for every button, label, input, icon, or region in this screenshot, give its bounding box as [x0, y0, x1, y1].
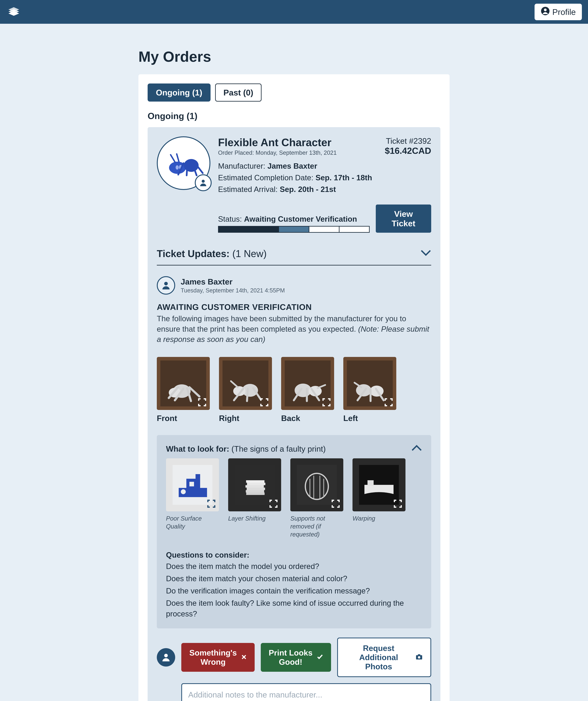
updates-count: (1 New)	[232, 248, 267, 259]
svg-line-28	[247, 389, 248, 401]
svg-line-14	[177, 154, 179, 162]
svg-point-4	[544, 8, 547, 11]
chevron-up-icon[interactable]	[411, 444, 422, 454]
expand-icon	[322, 398, 331, 407]
update-author-name: James Baxter	[181, 277, 285, 286]
photo-label: Left	[343, 414, 396, 423]
user-icon	[161, 280, 171, 291]
tabs: Ongoing (1) Past (0)	[148, 83, 440, 101]
svg-point-67	[418, 656, 420, 659]
user-icon	[161, 652, 171, 663]
photo-front[interactable]: Front	[157, 357, 210, 423]
svg-rect-51	[247, 488, 265, 490]
close-icon	[241, 653, 247, 662]
defect-label: Warping	[352, 514, 405, 522]
svg-rect-68	[418, 654, 420, 656]
verification-heading: AWAITING CUSTOMER VERIFICATION	[157, 302, 431, 312]
defect-surface-quality[interactable]: Poor Surface Quality	[166, 458, 219, 538]
defect-label: Layer Shifting	[228, 514, 281, 522]
question-2: Does the item match your chosen material…	[166, 573, 422, 584]
svg-rect-52	[246, 485, 264, 488]
additional-notes-input[interactable]	[181, 683, 431, 701]
expand-icon	[260, 398, 269, 407]
question-3: Do the verification images contain the v…	[166, 586, 422, 596]
profile-label: Profile	[552, 7, 576, 17]
expand-icon	[269, 499, 278, 508]
svg-rect-50	[246, 490, 264, 492]
status-label: Status:	[218, 215, 244, 223]
expand-icon	[198, 398, 207, 407]
layer-shift-icon	[235, 465, 275, 505]
svg-rect-47	[190, 482, 194, 486]
photo-label: Front	[157, 414, 210, 423]
verification-photo-grid: Front	[157, 357, 431, 423]
updates-title: Ticket Updates:	[157, 248, 232, 259]
user-icon	[199, 178, 208, 187]
benchy-icon	[173, 465, 212, 505]
view-ticket-button[interactable]: View Ticket	[376, 205, 431, 233]
svg-point-7	[176, 165, 179, 170]
profile-button[interactable]: Profile	[535, 4, 582, 20]
update-entry: James Baxter Tuesday, September 14th, 20…	[157, 276, 431, 701]
ticket-price: $16.42CAD	[385, 146, 431, 156]
ticket-card: Flexible Ant Character Order Placed: Mon…	[148, 127, 440, 701]
page-title: My Orders	[138, 48, 450, 65]
what-to-look-panel: What to look for: (The signs of a faulty…	[157, 435, 431, 628]
svg-point-63	[164, 654, 168, 657]
svg-point-15	[202, 180, 205, 183]
svg-line-10	[187, 162, 188, 175]
defect-label: Supports not removed (if requested)	[290, 514, 343, 538]
verification-description: The following images have been submitted…	[157, 313, 431, 345]
expand-icon	[331, 499, 340, 508]
response-buttons-row: Something's Wrong Print Looks Good! Requ…	[157, 638, 431, 677]
ecd-label: Estimated Completion Date:	[218, 173, 315, 182]
check-icon	[316, 653, 323, 662]
expand-icon	[207, 499, 216, 508]
manufacturer-value: James Baxter	[267, 162, 317, 170]
questions-heading: Questions to consider:	[166, 550, 422, 559]
svg-rect-53	[247, 483, 265, 485]
chevron-down-icon	[420, 249, 431, 258]
orders-card: Ongoing (1) Past (0) Ongoing (1)	[138, 74, 450, 701]
eta-label: Estimated Arrival:	[218, 185, 280, 194]
photo-label: Right	[219, 414, 272, 423]
photo-right[interactable]: Right	[219, 357, 272, 423]
model-preview	[157, 136, 210, 190]
tab-ongoing[interactable]: Ongoing (1)	[148, 83, 211, 101]
svg-rect-49	[246, 492, 265, 495]
expand-icon	[393, 499, 402, 508]
progress-bar	[218, 226, 370, 233]
order-placed-date: Order Placed: Monday, September 13th, 20…	[218, 150, 337, 156]
expand-icon	[384, 398, 393, 407]
print-looks-good-button[interactable]: Print Looks Good!	[261, 643, 331, 672]
your-avatar	[157, 648, 175, 667]
svg-point-16	[164, 282, 168, 285]
photo-back[interactable]: Back	[281, 357, 334, 423]
ticket-updates-toggle[interactable]: Ticket Updates: (1 New)	[157, 248, 431, 265]
ticket-title: Flexible Ant Character	[218, 136, 337, 149]
photo-label: Back	[281, 414, 334, 423]
defect-layer-shift[interactable]: Layer Shifting	[228, 458, 281, 538]
question-1: Does the item match the model you ordere…	[166, 561, 422, 572]
supports-icon	[297, 465, 337, 505]
svg-rect-54	[246, 480, 264, 483]
request-photos-button[interactable]: Request Additional Photos	[337, 638, 431, 677]
defect-warping[interactable]: Warping	[352, 458, 405, 538]
update-timestamp: Tuesday, September 14th, 2021 4:55PM	[181, 287, 285, 294]
logo-icon	[6, 5, 21, 19]
svg-rect-62	[367, 480, 374, 486]
tab-past[interactable]: Past (0)	[215, 83, 262, 101]
photo-left[interactable]: Left	[343, 357, 396, 423]
defect-supports[interactable]: Supports not removed (if requested)	[290, 458, 343, 538]
eta-value: Sep. 20th - 21st	[280, 185, 336, 194]
status-value: Awaiting Customer Verification	[244, 215, 357, 223]
ongoing-section-label: Ongoing (1)	[148, 111, 440, 121]
ant-model-icon	[161, 148, 207, 179]
svg-line-13	[171, 155, 175, 162]
camera-icon	[415, 653, 423, 662]
svg-point-46	[181, 489, 186, 494]
somethings-wrong-button[interactable]: Something's Wrong	[181, 643, 255, 672]
question-4: Does the item look faulty? Like some kin…	[166, 598, 422, 619]
topbar: Profile	[0, 0, 588, 24]
manufacturer-avatar-badge	[195, 174, 212, 191]
